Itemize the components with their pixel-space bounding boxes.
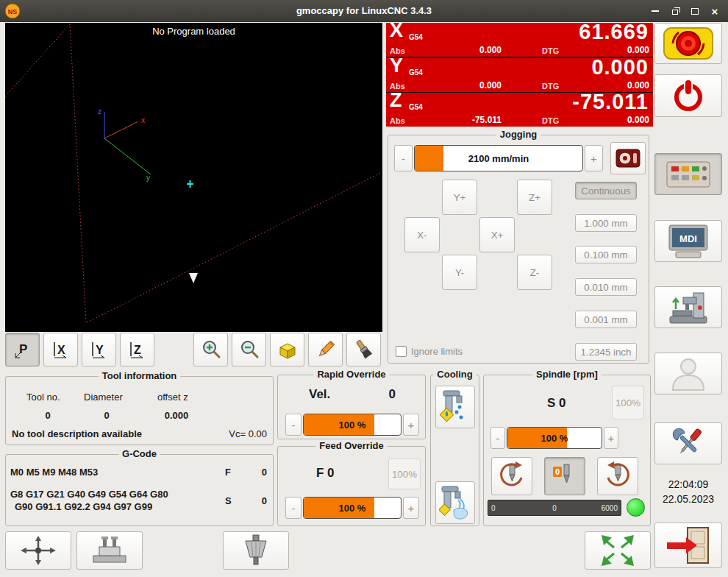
- tool-change-button[interactable]: [223, 531, 289, 570]
- spindle-override-slider[interactable]: 100 %: [507, 427, 602, 449]
- feed-override-value: 100 %: [339, 503, 366, 514]
- increment-001mm-button[interactable]: 0.010 mm: [575, 278, 637, 296]
- handwheel-icon: [615, 147, 640, 169]
- jog-y-plus-button[interactable]: Y+: [442, 180, 477, 215]
- feed-override-title: Feed Override: [315, 440, 387, 451]
- increment-0001mm-button[interactable]: 0.001 mm: [575, 311, 637, 328]
- dro-panel: X G54 61.669 Abs 0.000 DTG 0.000 Y G54 0…: [386, 23, 653, 127]
- axes-arrows-icon: [18, 535, 59, 566]
- feed-plus-button[interactable]: +: [403, 497, 419, 519]
- maximize-button[interactable]: [688, 4, 702, 18]
- diameter-header: Diameter: [84, 392, 123, 403]
- power-icon: [670, 77, 707, 114]
- dtg-value: 0.000: [627, 45, 649, 55]
- view-p-icon: P: [12, 339, 34, 361]
- estop-button[interactable]: [654, 23, 722, 64]
- manual-mode-button[interactable]: [654, 153, 722, 195]
- y-axis-label: y: [146, 174, 150, 182]
- increment-1mm-button[interactable]: 1.000 mm: [575, 214, 637, 232]
- cooling-panel: Cooling: [430, 375, 479, 526]
- view-x-button[interactable]: X: [43, 333, 78, 367]
- feed-minus-button[interactable]: -: [285, 497, 301, 519]
- spindle-override-value: 100 %: [541, 433, 568, 444]
- show-dimensions-button[interactable]: [270, 333, 304, 367]
- exit-button[interactable]: [654, 523, 722, 568]
- jog-z-plus-button[interactable]: Z+: [517, 180, 552, 215]
- jog-speed-minus-button[interactable]: -: [394, 145, 413, 171]
- vc-value: Vc= 0.00: [229, 428, 267, 439]
- titlebar[interactable]: NS gmoccapy for LinuxCNC 3.4.3 ×: [0, 0, 728, 22]
- feed-override-slider[interactable]: 100 %: [303, 497, 402, 519]
- machine-icon: [667, 290, 710, 325]
- checkbox-box[interactable]: [396, 346, 407, 357]
- minimize-icon: [652, 10, 659, 12]
- edit-program-button[interactable]: [308, 333, 343, 367]
- dro-axis-z[interactable]: Z G54 -75.011 Abs -75.011 DTG 0.000: [386, 93, 653, 127]
- z-axis-label: z: [98, 107, 101, 116]
- auto-mode-button[interactable]: [654, 286, 722, 328]
- settings-button[interactable]: [654, 422, 722, 464]
- gremlin-preview[interactable]: No Program loaded z x y: [5, 23, 382, 332]
- pencil-icon: [315, 339, 337, 361]
- spindle-stop-button[interactable]: 0: [544, 457, 585, 495]
- machine-on-button[interactable]: [654, 74, 722, 117]
- rapid-override-panel: Rapid Override Vel. 0 - 100 % +: [277, 375, 426, 439]
- spindle-ccw-button[interactable]: [491, 457, 532, 495]
- view-y-button[interactable]: Y: [82, 333, 116, 367]
- increment-continuous-button[interactable]: Continuous: [575, 182, 637, 199]
- axis-letter: Z: [390, 90, 402, 112]
- tools-icon: [668, 425, 708, 463]
- mdi-mode-button[interactable]: MDI: [654, 220, 722, 262]
- rapid-override-slider[interactable]: 100 %: [303, 414, 402, 436]
- close-button[interactable]: ×: [707, 4, 722, 18]
- maximize-icon: [691, 8, 699, 15]
- view-perspective-button[interactable]: P: [5, 333, 40, 367]
- jog-x-plus-button[interactable]: X+: [479, 217, 515, 252]
- handwheel-button[interactable]: [610, 142, 646, 174]
- abs-value: 0.000: [415, 80, 502, 91]
- x-axis-label: x: [141, 116, 145, 124]
- spindle-plus-button[interactable]: +: [604, 427, 618, 449]
- jog-z-minus-button[interactable]: Z-: [517, 255, 552, 290]
- jogging-panel: Jogging - 2100 mm/min + Y+ Z+ X- X+ Y- Z…: [388, 135, 649, 364]
- s-value: 0: [262, 495, 267, 506]
- restore-button[interactable]: [668, 4, 682, 18]
- abs-value: -75.011: [415, 115, 502, 125]
- jog-y-minus-button[interactable]: Y-: [442, 255, 477, 290]
- spindle-cw-button[interactable]: [597, 457, 638, 495]
- feed-reset-button[interactable]: 100%: [388, 459, 421, 489]
- svg-text:Z: Z: [134, 344, 141, 356]
- zoom-out-button[interactable]: [232, 333, 266, 367]
- preview-toolbar: P X Y Z: [5, 332, 382, 367]
- offset-z-value: 0.000: [153, 410, 200, 421]
- unit-toggle-button[interactable]: 1.2345 inch: [575, 343, 637, 361]
- cooling-title: Cooling: [433, 369, 476, 380]
- mist-coolant-button[interactable]: [435, 386, 475, 428]
- tool-information-title: Tool information: [99, 370, 181, 381]
- jog-speed-plus-button[interactable]: +: [585, 145, 603, 171]
- dro-axis-x[interactable]: X G54 61.669 Abs 0.000 DTG 0.000: [386, 23, 653, 57]
- view-z-button[interactable]: Z: [120, 333, 154, 367]
- exit-door-icon: [665, 525, 711, 565]
- svg-text:P: P: [19, 342, 27, 356]
- clear-plot-button[interactable]: [346, 333, 381, 367]
- flood-coolant-button[interactable]: [435, 481, 475, 524]
- spindle-minus-button[interactable]: -: [490, 427, 505, 449]
- flood-coolant-icon: [439, 484, 471, 522]
- coord-system-label: G54: [409, 103, 423, 111]
- touch-off-button[interactable]: [5, 531, 71, 570]
- minimize-button[interactable]: [648, 4, 663, 18]
- user-tabs-button[interactable]: [654, 353, 722, 394]
- zoom-in-button[interactable]: [193, 333, 228, 367]
- block-height-button[interactable]: [76, 531, 143, 570]
- increment-01mm-button[interactable]: 0.100 mm: [575, 246, 637, 263]
- jog-x-minus-button[interactable]: X-: [404, 217, 440, 252]
- ignore-limits-checkbox[interactable]: Ignore limits: [396, 346, 463, 357]
- rapid-minus-button[interactable]: -: [285, 414, 301, 436]
- rapid-plus-button[interactable]: +: [403, 414, 419, 436]
- clock: 22:04:09 22.05.2023: [654, 477, 722, 507]
- fullscreen-button[interactable]: [585, 531, 651, 570]
- jog-speed-slider[interactable]: 2100 mm/min: [414, 145, 583, 171]
- dro-axis-y[interactable]: Y G54 0.000 Abs 0.000 DTG 0.000: [386, 58, 653, 92]
- spindle-reset-button[interactable]: 100%: [612, 386, 644, 420]
